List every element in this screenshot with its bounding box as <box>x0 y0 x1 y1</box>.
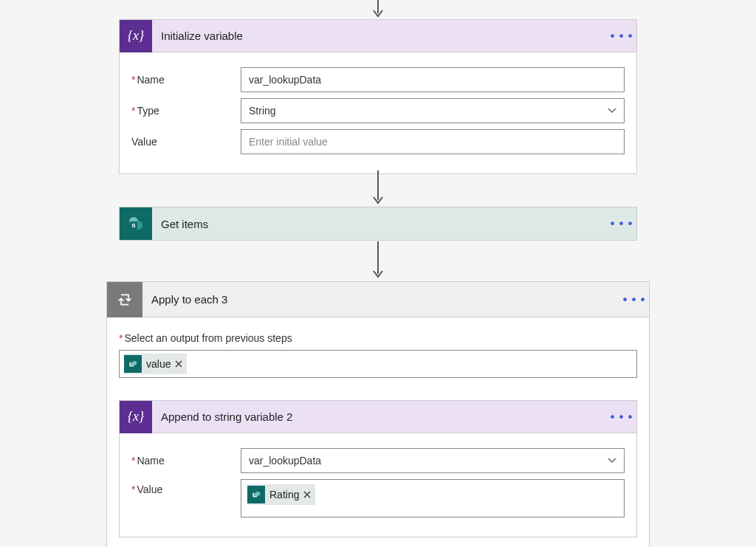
card-title: Append to string variable 2 <box>152 410 607 423</box>
connector-arrow <box>372 241 384 278</box>
more-options-button[interactable]: • • • <box>607 410 636 424</box>
variable-icon: {x} <box>120 20 152 52</box>
dynamic-token-rating[interactable]: S Rating <box>247 484 315 505</box>
name-select[interactable]: var_lookupData <box>241 448 625 473</box>
card-title: Initialize variable <box>152 30 607 42</box>
card-body: *Name var_lookupData *Type String Value … <box>120 52 636 173</box>
svg-point-14 <box>255 492 260 496</box>
card-header[interactable]: Apply to each 3 • • • <box>107 282 649 317</box>
more-options-button[interactable]: • • • <box>619 293 649 306</box>
card-body: *Name var_lookupData *Value <box>120 433 636 537</box>
action-initialize-variable[interactable]: {x} Initialize variable • • • *Name var_… <box>119 19 637 174</box>
remove-token-button[interactable] <box>303 489 311 500</box>
card-header[interactable]: S Get items • • • <box>120 207 636 240</box>
type-select[interactable]: String <box>241 98 625 123</box>
name-input[interactable]: var_lookupData <box>241 67 625 92</box>
card-header[interactable]: {x} Initialize variable • • • <box>120 20 636 52</box>
loop-icon <box>107 282 142 317</box>
sharepoint-icon: S <box>120 207 152 240</box>
field-label-name: *Name <box>131 74 241 86</box>
field-label-type: *Type <box>131 105 241 117</box>
chevron-down-icon <box>608 455 616 466</box>
more-options-button[interactable]: • • • <box>607 217 636 230</box>
token-label: Rating <box>269 489 299 500</box>
chevron-down-icon <box>608 106 616 116</box>
card-header[interactable]: {x} Append to string variable 2 • • • <box>120 401 636 433</box>
connector-arrow <box>372 0 384 18</box>
card-title: Apply to each 3 <box>142 293 619 306</box>
svg-text:S: S <box>131 362 133 366</box>
card-body: *Select an output from previous steps S … <box>107 317 649 547</box>
action-get-items[interactable]: S Get items • • • <box>119 207 637 241</box>
variable-icon: {x} <box>120 401 152 433</box>
dynamic-token-value[interactable]: S value <box>124 354 187 374</box>
more-options-button[interactable]: • • • <box>607 30 636 43</box>
card-title: Get items <box>152 218 607 230</box>
value-input[interactable]: Enter initial value <box>241 129 625 154</box>
field-label-value: Value <box>131 136 241 148</box>
sharepoint-icon: S <box>247 486 265 503</box>
svg-point-9 <box>132 361 137 365</box>
action-apply-to-each[interactable]: Apply to each 3 • • • *Select an output … <box>106 281 650 547</box>
sharepoint-icon: S <box>124 355 142 373</box>
value-input[interactable]: S Rating <box>241 479 625 517</box>
field-label-value: *Value <box>131 479 241 495</box>
svg-text:S: S <box>131 222 136 229</box>
action-append-to-string-variable[interactable]: {x} Append to string variable 2 • • • *N… <box>119 400 637 537</box>
field-label-name: *Name <box>131 455 241 467</box>
connector-arrow <box>372 171 384 204</box>
token-label: value <box>146 358 171 370</box>
output-label: *Select an output from previous steps <box>119 332 637 344</box>
remove-token-button[interactable] <box>175 358 182 370</box>
svg-text:S: S <box>254 493 256 497</box>
output-token-input[interactable]: S value <box>119 350 637 378</box>
